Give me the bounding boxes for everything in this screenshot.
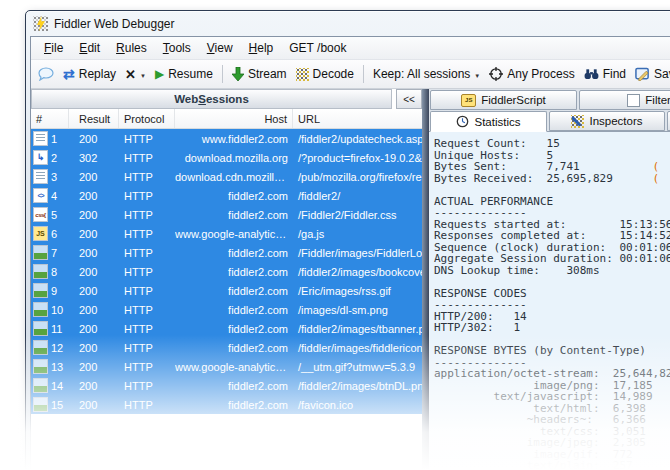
session-url: /fiddler2/images/bookcover.png bbox=[293, 266, 422, 278]
session-row[interactable]: 4 200 HTTP fiddler2.com /fiddler2/ bbox=[31, 186, 422, 205]
session-row[interactable]: 1 200 HTTP www.fiddler2.com /fiddler2/up… bbox=[31, 129, 422, 148]
toolbar-separator bbox=[222, 65, 223, 83]
session-result: 200 bbox=[69, 190, 119, 202]
decode-button[interactable]: Decode bbox=[293, 65, 357, 83]
menu-item-get-book[interactable]: GET /book bbox=[281, 39, 354, 57]
tab-filters[interactable]: Filters bbox=[579, 90, 670, 110]
session-host: download.cdn.mozilla.net bbox=[175, 171, 293, 183]
column-header-host[interactable]: Host bbox=[175, 109, 293, 128]
session-row[interactable]: 8 200 HTTP fiddler2.com /fiddler2/images… bbox=[31, 262, 422, 281]
session-rows: 1 200 HTTP www.fiddler2.com /fiddler2/up… bbox=[31, 129, 422, 470]
column-header-number[interactable]: # bbox=[31, 109, 69, 128]
right-panel: FiddlerScript Filters Statistics bbox=[429, 89, 670, 470]
screenshot-stage: Fiddler Web Debugger FileEditRulesToolsV… bbox=[0, 0, 670, 470]
session-number: 7 bbox=[51, 247, 61, 259]
fiddler-app-icon[interactable] bbox=[33, 16, 48, 31]
session-protocol: HTTP bbox=[119, 190, 175, 202]
session-row[interactable]: 14 200 HTTP fiddler2.com /fiddler2/image… bbox=[31, 376, 422, 395]
find-button[interactable]: Find bbox=[581, 65, 629, 83]
any-process-button[interactable]: Any Process bbox=[486, 65, 577, 83]
image-icon bbox=[33, 302, 48, 317]
session-url: /fiddler2/images/tbanner.png bbox=[293, 323, 422, 335]
session-url: /images/dl-sm.png bbox=[293, 304, 422, 316]
session-number: 11 bbox=[51, 323, 62, 335]
session-host: fiddler2.com bbox=[175, 342, 293, 354]
session-host: download.mozilla.org bbox=[175, 152, 293, 164]
session-host: fiddler2.com bbox=[175, 399, 293, 411]
panel-splitter[interactable] bbox=[422, 89, 429, 470]
menu-item-view[interactable]: View bbox=[199, 39, 241, 57]
session-result: 200 bbox=[69, 228, 119, 240]
session-protocol: HTTP bbox=[119, 228, 175, 240]
image-icon bbox=[33, 321, 48, 336]
session-row[interactable]: 12 200 HTTP fiddler2.com /fiddler/images… bbox=[31, 338, 422, 357]
session-row[interactable]: 6 200 HTTP www.google-analytics.com /ga.… bbox=[31, 224, 422, 243]
stream-button[interactable]: Stream bbox=[229, 65, 290, 83]
delete-button[interactable] bbox=[122, 65, 149, 84]
session-protocol: HTTP bbox=[119, 247, 175, 259]
save-button[interactable]: Save bbox=[632, 65, 670, 83]
session-protocol: HTTP bbox=[119, 209, 175, 221]
column-header-url[interactable]: URL bbox=[293, 109, 422, 128]
collapse-panel-button[interactable]: << bbox=[396, 89, 422, 109]
tab-statistics[interactable]: Statistics bbox=[430, 111, 547, 132]
menu-item-tools[interactable]: Tools bbox=[155, 39, 199, 57]
session-protocol: HTTP bbox=[119, 171, 175, 183]
session-protocol: HTTP bbox=[119, 342, 175, 354]
replay-button[interactable]: Replay bbox=[60, 64, 119, 84]
replay-icon bbox=[63, 66, 75, 82]
session-url: /Eric/images/rss.gif bbox=[293, 285, 422, 297]
binoculars-icon bbox=[584, 68, 599, 80]
resume-button[interactable]: Resume bbox=[152, 65, 216, 83]
session-row[interactable]: 2 302 HTTP download.mozilla.org /?produc… bbox=[31, 148, 422, 167]
sessions-column-header: # Result Protocol Host URL bbox=[31, 109, 422, 129]
session-result: 200 bbox=[69, 342, 119, 354]
session-protocol: HTTP bbox=[119, 133, 175, 145]
column-header-result[interactable]: Result bbox=[69, 109, 119, 128]
session-row[interactable]: 15 200 HTTP fiddler2.com /favicon.ico bbox=[31, 395, 422, 414]
client-area: FileEditRulesToolsViewHelpGET /book Repl… bbox=[30, 36, 670, 470]
image-icon bbox=[33, 264, 48, 279]
tab-label: Statistics bbox=[474, 116, 520, 128]
session-protocol: HTTP bbox=[119, 323, 175, 335]
tab-inspectors[interactable]: Inspectors bbox=[549, 111, 665, 131]
css-icon bbox=[33, 207, 48, 222]
session-row[interactable]: 9 200 HTTP fiddler2.com /Eric/images/rss… bbox=[31, 281, 422, 300]
session-url: /fiddler2/updatecheck.asp bbox=[293, 133, 422, 145]
keep-sessions-dropdown[interactable]: Keep: All sessions bbox=[370, 65, 483, 83]
titlebar[interactable]: Fiddler Web Debugger bbox=[30, 11, 670, 36]
comment-button[interactable] bbox=[35, 65, 57, 83]
sessions-panel-title: Web Sessions bbox=[31, 89, 392, 109]
session-row[interactable]: 13 200 HTTP www.google-analytics.com /__… bbox=[31, 357, 422, 376]
document-icon bbox=[33, 131, 48, 146]
session-number: 8 bbox=[51, 266, 61, 278]
session-host: www.google-analytics.com bbox=[175, 228, 293, 240]
session-row[interactable]: 5 200 HTTP fiddler2.com /Fiddler2/Fiddle… bbox=[31, 205, 422, 224]
session-row[interactable]: 11 200 HTTP fiddler2.com /fiddler2/image… bbox=[31, 319, 422, 338]
magnifier-icon bbox=[571, 115, 584, 128]
decode-icon bbox=[296, 68, 309, 81]
session-result: 200 bbox=[69, 209, 119, 221]
session-url: /pub/mozilla.org/firefox/releases bbox=[293, 171, 422, 183]
menu-item-file[interactable]: File bbox=[36, 39, 71, 57]
menu-item-edit[interactable]: Edit bbox=[71, 39, 108, 57]
session-host: fiddler2.com bbox=[175, 266, 293, 278]
menu-item-rules[interactable]: Rules bbox=[108, 39, 155, 57]
session-number: 1 bbox=[51, 133, 61, 145]
column-header-protocol[interactable]: Protocol bbox=[119, 109, 175, 128]
redirect-icon bbox=[33, 150, 48, 165]
replay-label: Replay bbox=[79, 67, 116, 81]
tab-fiddlerscript[interactable]: FiddlerScript bbox=[430, 90, 577, 110]
session-row[interactable]: 10 200 HTTP fiddler2.com /images/dl-sm.p… bbox=[31, 300, 422, 319]
any-process-label: Any Process bbox=[507, 67, 574, 81]
main-split: Web Sessions << # Result Protocol Host U… bbox=[31, 89, 670, 470]
resume-label: Resume bbox=[168, 67, 213, 81]
session-number: 14 bbox=[51, 380, 63, 392]
session-number: 13 bbox=[51, 361, 63, 373]
session-host: fiddler2.com bbox=[175, 209, 293, 221]
session-row[interactable]: 7 200 HTTP fiddler2.com /Fiddler/images/… bbox=[31, 243, 422, 262]
chevron-down-icon bbox=[474, 67, 480, 81]
menu-item-help[interactable]: Help bbox=[241, 39, 282, 57]
chevron-down-icon bbox=[140, 67, 146, 81]
session-row[interactable]: 3 200 HTTP download.cdn.mozilla.net /pub… bbox=[31, 167, 422, 186]
